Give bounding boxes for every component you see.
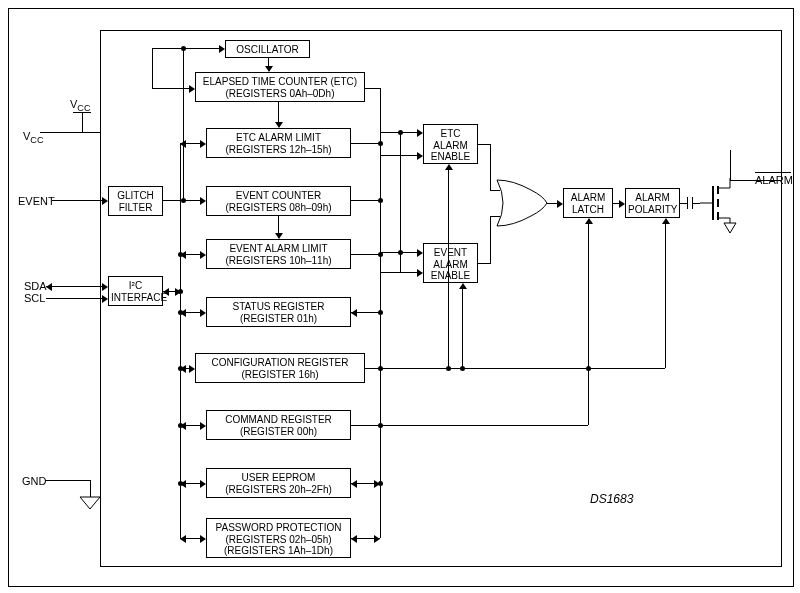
etc-block: ELAPSED TIME COUNTER (ETC)(REGISTERS 0Ah… xyxy=(195,72,365,102)
cap-plate-l xyxy=(687,197,688,209)
arrow-icon xyxy=(200,140,206,148)
w-cfg-bus xyxy=(380,368,665,369)
password-protection-block: PASSWORD PROTECTION(REGISTERS 02h–05h)(R… xyxy=(206,518,351,558)
junction-dot xyxy=(398,250,403,255)
or-gate-icon xyxy=(495,178,549,228)
vcc-label-inside: VCC xyxy=(70,98,91,113)
etc-alarm-enable-block: ETCALARMENABLE xyxy=(423,124,478,164)
arrow-icon xyxy=(189,365,195,373)
arrow-icon xyxy=(351,480,357,488)
alarm-latch-block: ALARMLATCH xyxy=(563,188,613,218)
scl-pin-label: SCL xyxy=(24,292,45,304)
w-to-osc xyxy=(183,48,219,49)
arrow-icon xyxy=(557,200,563,208)
w-cfg-evten xyxy=(462,289,463,368)
w-cfg-etcen xyxy=(448,170,449,368)
w-cmd-latch-h xyxy=(380,425,588,426)
junction-dot xyxy=(178,366,183,371)
arrow-icon xyxy=(102,283,108,291)
arrow-icon xyxy=(459,283,467,289)
w-cfg-pol xyxy=(665,224,666,368)
arrow-icon xyxy=(189,85,195,93)
w-cmd-latch-v xyxy=(588,224,589,425)
w-i2c-bus xyxy=(180,143,181,538)
cap-wire-r xyxy=(693,203,700,204)
arrow-icon xyxy=(200,422,206,430)
configuration-register-block: CONFIGURATION REGISTER(REGISTER 16h) xyxy=(195,353,365,383)
w-osc-feed2 xyxy=(152,48,153,88)
junction-dot xyxy=(378,141,383,146)
arrow-icon xyxy=(619,200,625,208)
i2c-interface-block: I²CINTERFACE xyxy=(108,276,163,306)
cap-wire-l xyxy=(680,203,687,204)
svg-marker-10 xyxy=(724,223,736,233)
vcc-stem xyxy=(82,112,83,132)
w-etc2lim xyxy=(278,102,279,122)
arrow-icon xyxy=(417,152,423,160)
arrow-icon xyxy=(200,309,206,317)
w-evt2lim xyxy=(278,216,279,233)
arrow-icon xyxy=(417,249,423,257)
glitch-filter-block: GLITCHFILTER xyxy=(108,186,163,216)
arrow-icon xyxy=(46,283,52,291)
arrow-icon xyxy=(219,45,225,53)
w-osc-down xyxy=(268,58,269,66)
w-scl xyxy=(46,298,102,299)
gnd-stem xyxy=(90,480,91,497)
junction-dot xyxy=(178,423,183,428)
command-register-block: COMMAND REGISTER(REGISTER 00h) xyxy=(206,410,351,440)
junction-dot xyxy=(460,366,465,371)
arrow-icon xyxy=(374,535,380,543)
junction-dot xyxy=(586,366,591,371)
event-alarm-limit-block: EVENT ALARM LIMIT(REGISTERS 10h–11h) xyxy=(206,239,351,269)
arrow-icon xyxy=(351,309,357,317)
event-counter-block: EVENT COUNTER(REGISTERS 08h–09h) xyxy=(206,186,351,216)
arrow-icon xyxy=(351,535,357,543)
w-osc-feed1 xyxy=(152,48,183,49)
w-event-in xyxy=(52,200,102,201)
arrow-icon xyxy=(275,122,283,128)
etc-alarm-limit-block: ETC ALARM LIMIT(REGISTERS 12h–15h) xyxy=(206,128,351,158)
junction-dot xyxy=(378,481,383,486)
junction-dot xyxy=(178,481,183,486)
arrow-icon xyxy=(200,197,206,205)
arrow-icon xyxy=(417,269,423,277)
arrow-icon xyxy=(200,480,206,488)
w-osc-to-etc xyxy=(152,88,189,89)
svg-marker-0 xyxy=(80,497,100,509)
junction-dot xyxy=(378,310,383,315)
junction-dot xyxy=(178,310,183,315)
arrow-icon xyxy=(417,129,423,137)
arrow-icon xyxy=(102,295,108,303)
arrow-icon xyxy=(585,218,593,224)
junction-dot xyxy=(398,130,403,135)
sda-pin-label: SDA xyxy=(24,280,47,292)
oscillator-block: OSCILLATOR xyxy=(225,40,310,58)
alarm-overbar xyxy=(755,172,791,173)
arrow-icon xyxy=(662,218,670,224)
arrow-icon xyxy=(180,535,186,543)
event-alarm-enable-block: EVENTALARMENABLE xyxy=(423,243,478,283)
w-r-etc xyxy=(365,88,380,89)
arrow-icon xyxy=(102,197,108,205)
w-glitch-bus xyxy=(183,48,184,201)
junction-dot xyxy=(378,198,383,203)
event-pin-label: EVENT xyxy=(18,195,55,207)
w-alarm-out1 xyxy=(730,180,780,181)
w-sda xyxy=(46,286,102,287)
arrow-icon xyxy=(180,140,186,148)
vcc-wire xyxy=(40,132,100,133)
status-register-block: STATUS REGISTER(REGISTER 01h) xyxy=(206,297,351,327)
junction-dot xyxy=(178,252,183,257)
chip-name-label: DS1683 xyxy=(590,492,633,506)
gnd-pin-label: GND xyxy=(22,475,46,487)
user-eeprom-block: USER EEPROM(REGISTERS 20h–2Fh) xyxy=(206,468,351,498)
arrow-icon xyxy=(200,251,206,259)
arrow-icon xyxy=(445,164,453,170)
arrow-icon xyxy=(265,66,273,72)
arrow-icon xyxy=(163,288,169,296)
junction-dot xyxy=(181,198,186,203)
arrow-icon xyxy=(200,535,206,543)
junction-dot xyxy=(178,289,183,294)
gnd-wire xyxy=(45,480,90,481)
